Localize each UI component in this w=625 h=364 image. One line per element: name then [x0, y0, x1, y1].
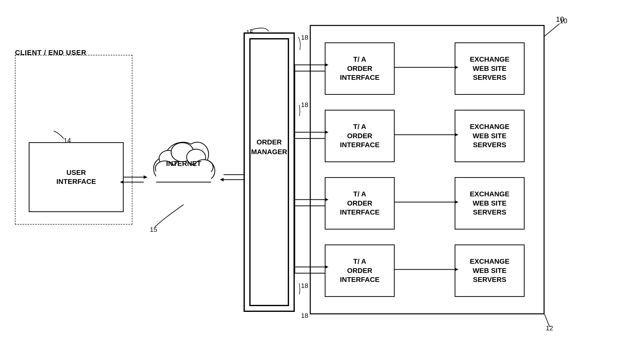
- ta-label-3: T/ AORDERINTERFACE: [340, 190, 380, 217]
- exchange-label-3: EXCHANGEWEB SITESERVERS: [470, 190, 510, 217]
- cloud-svg: [144, 132, 224, 217]
- ref-num-10-label: 10: [556, 15, 564, 23]
- ta-order-interface-3: T/ AORDERINTERFACE: [325, 177, 395, 230]
- ref-num-15: 15: [150, 226, 157, 234]
- svg-rect-5: [156, 166, 211, 182]
- exchange-servers-4: EXCHANGEWEB SITESERVERS: [455, 244, 525, 297]
- ta-label-2: T/ AORDERINTERFACE: [340, 122, 380, 149]
- ta-label-1: T/ AORDERINTERFACE: [340, 55, 380, 82]
- ref-num-14: 14: [64, 137, 71, 144]
- exchange-servers-2: EXCHANGEWEB SITESERVERS: [455, 110, 525, 162]
- exchange-servers-1: EXCHANGEWEB SITESERVERS: [455, 42, 525, 95]
- exchange-label-1: EXCHANGEWEB SITESERVERS: [470, 55, 510, 82]
- ta-order-interface-1: T/ AORDERINTERFACE: [325, 42, 395, 95]
- ref-num-18-4: 18: [301, 312, 308, 320]
- ta-order-interface-2: T/ AORDERINTERFACE: [325, 110, 395, 162]
- exchange-label-2: EXCHANGEWEB SITESERVERS: [470, 122, 510, 149]
- user-interface-box: USERINTERFACE: [29, 142, 124, 212]
- ta-order-interface-4: T/ AORDERINTERFACE: [325, 244, 395, 297]
- exchange-label-4: EXCHANGEWEB SITESERVERS: [470, 257, 510, 284]
- ta-label-4: T/ AORDERINTERFACE: [340, 257, 380, 284]
- user-interface-label: USERINTERFACE: [56, 168, 96, 186]
- ref-num-18-1: 18: [301, 34, 308, 41]
- exchange-servers-3: EXCHANGEWEB SITESERVERS: [455, 177, 525, 230]
- order-manager-label: ORDERMANAGER: [244, 137, 295, 157]
- ref-num-18-2: 18: [301, 101, 308, 109]
- order-manager-inner-border: [249, 38, 289, 306]
- internet-label: INTERNET: [166, 160, 201, 168]
- ref-num-18-3: 18: [301, 282, 308, 290]
- diagram-container: 10 CLIENT / END USER USERINTERFACE 14 IN…: [0, 0, 625, 364]
- svg-line-7: [545, 24, 560, 36]
- internet-cloud: INTERNET: [144, 132, 224, 217]
- ref-num-12: 12: [546, 324, 553, 332]
